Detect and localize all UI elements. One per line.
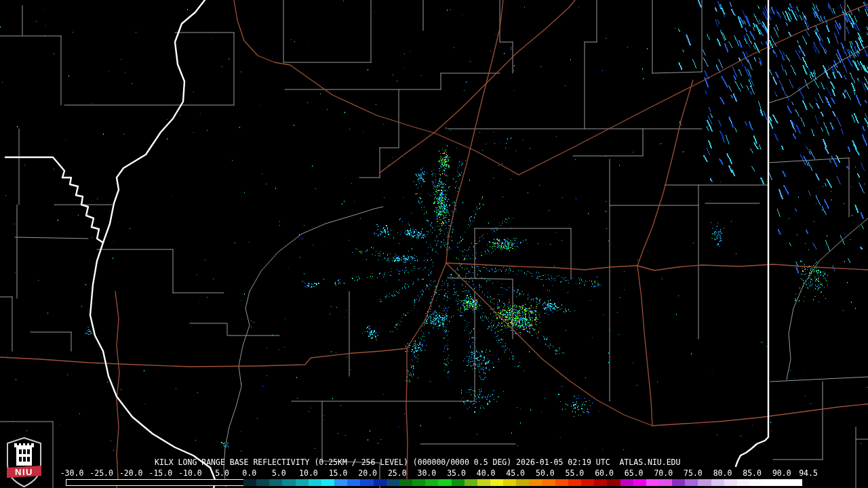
map-overlay: [0, 0, 868, 488]
niu-logo: NIU: [5, 437, 43, 487]
radar-viewer: NIU KILX LONG RANGE BASE REFLECTIVITY (0…: [0, 0, 868, 488]
logo-castle-icon: [14, 443, 34, 466]
logo-text: NIU: [15, 467, 33, 477]
